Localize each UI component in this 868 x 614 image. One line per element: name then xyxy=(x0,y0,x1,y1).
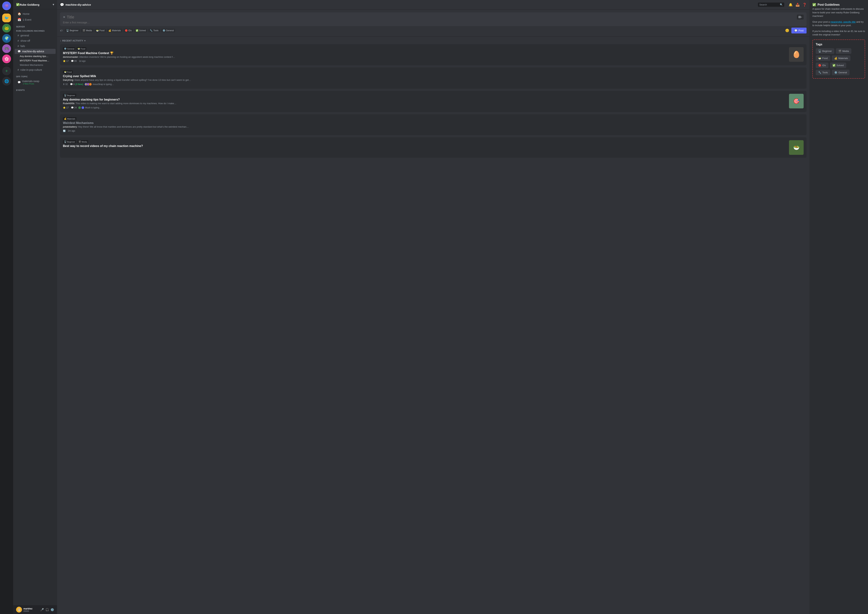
post-button[interactable]: 💬 Post xyxy=(791,28,807,33)
tag-ids[interactable]: 🔴IDs xyxy=(123,29,133,33)
server-icon-3[interactable]: 🌍 xyxy=(2,34,11,43)
feed: ↕ RECENT ACTIVITY ▾ ⚙️General 🥗Food MYST… xyxy=(57,37,809,614)
tag-general[interactable]: ⚙️General xyxy=(161,29,175,33)
tag-btn-tools[interactable]: 🔧Tools xyxy=(816,70,830,75)
user-info: marblez #0000 xyxy=(23,607,33,612)
server-check-icon: ✅ xyxy=(16,3,20,6)
post-tags: ⚙️General 🥗Food xyxy=(63,47,787,50)
headphone-button[interactable]: 🎧 xyxy=(45,608,49,611)
post-card-record[interactable]: 🖥️Beginner 🎬Media Best way to record vid… xyxy=(60,137,807,158)
post-author-mystery: dominomaster: xyxy=(63,56,79,58)
media-icon-record: 🎬 xyxy=(78,141,81,143)
sidebar-item-pop-culture[interactable]: # rube-in-pop-culture xyxy=(15,67,56,72)
tag-materials[interactable]: 💰Materials xyxy=(107,29,123,33)
sidebar-item-machine-diy[interactable]: 💬 machine-diy-advice xyxy=(15,49,56,54)
inbox-icon[interactable]: 📥 xyxy=(796,3,800,7)
section-machines: RUBE GOLDBERG MACHINES xyxy=(13,28,57,33)
post-guidelines-section: ✅ Post Guidelines A space for chain reac… xyxy=(812,3,865,37)
settings-button[interactable]: ⚙️ xyxy=(50,608,54,611)
guidelines-link[interactable]: meaningful, specific title xyxy=(830,20,856,23)
post-tags-weirdest: 💰Materials xyxy=(63,117,804,120)
recent-activity-header[interactable]: ↕ RECENT ACTIVITY ▾ xyxy=(60,39,807,42)
main-content: 💬 machine-diy-advice Search 🔍 🔔 📥 ❓ ✕ 🖼+ xyxy=(57,0,809,614)
tag-beginner-chip-record: 🖥️Beginner xyxy=(63,140,76,143)
notification-icon[interactable]: 🔔 xyxy=(789,3,793,7)
tag-tools[interactable]: 🔧Tools xyxy=(148,29,160,33)
tag-btn-general[interactable]: ⚙️General xyxy=(832,70,849,75)
discord-home-icon[interactable]: 👾 xyxy=(2,2,11,10)
tags-panel: Tags 🖥️Beginner 🎬Media 🥗Food 💰Materials … xyxy=(812,39,865,79)
tag-btn-food[interactable]: 🥗Food xyxy=(816,55,830,61)
user-avatar[interactable]: 🐰 xyxy=(16,607,22,612)
sidebar-sub-mystery[interactable]: MYSTERY Food Machine… xyxy=(15,59,56,63)
compose-close-button[interactable]: ✕ xyxy=(63,16,65,19)
post-card-weirdest[interactable]: 💰Materials Weirdest Mechanisms potatobat… xyxy=(60,114,807,135)
channel-header: 💬 machine-diy-advice Search 🔍 🔔 📥 ❓ xyxy=(57,0,809,9)
post-title-milk: Crying over Spilled Milk xyxy=(63,74,804,78)
post-author-weirdest: potatobattery: xyxy=(63,126,78,128)
post-tags-milk: 🥗Food xyxy=(63,70,804,73)
search-box[interactable]: Search 🔍 xyxy=(758,3,784,7)
post-card-content-milk: 🥗Food Crying over Spilled Milk DairyKing… xyxy=(63,70,804,86)
post-author-milk: DairyKing: xyxy=(63,79,74,81)
sidebar-item-home[interactable]: 🏠 Home xyxy=(15,11,56,17)
server-icon-5[interactable]: 🌸 xyxy=(2,54,11,63)
tag-media[interactable]: 🎬Media xyxy=(81,29,93,33)
emoji-button[interactable]: 😊 xyxy=(785,28,789,33)
post-card-domino[interactable]: 🖥️Beginner Any domino stacking tips for … xyxy=(60,91,807,112)
tag-media-icon: 🎬 xyxy=(82,29,85,32)
tag-solved[interactable]: ✅Solved xyxy=(134,29,148,33)
channel-icon: 💬 xyxy=(60,3,64,7)
sidebar-item-show-off[interactable]: # show-off xyxy=(15,38,56,43)
post-preview-domino: RubeN00b: This video is making me want t… xyxy=(63,102,787,105)
tag-media-label: Media xyxy=(86,29,92,32)
tag-beginner[interactable]: 🖥️Beginner xyxy=(65,29,80,33)
compose-title-input[interactable] xyxy=(67,15,795,20)
add-server-button[interactable]: + xyxy=(2,67,11,75)
tag-btn-beginner[interactable]: 🖥️Beginner xyxy=(816,48,834,54)
post-card-milk[interactable]: 🥗Food Crying over Spilled Milk DairyKing… xyxy=(60,67,807,88)
header-actions: Search 🔍 🔔 📥 ❓ xyxy=(758,3,807,7)
sidebar-sub-domino[interactable]: Any domino stacking tips… xyxy=(15,54,56,58)
forum-icon: 💬 xyxy=(17,50,21,53)
sidebar-item-event[interactable]: 📅 1 Event xyxy=(15,17,56,22)
tag-materials-panel-icon: 💰 xyxy=(834,57,837,60)
tag-media-panel-icon: 🎬 xyxy=(838,50,841,53)
tag-btn-solved[interactable]: ✅Solved xyxy=(830,62,846,68)
typing-dots: … xyxy=(81,106,84,109)
server-icon-active[interactable]: 🐦 xyxy=(2,14,11,22)
post-card-mystery-food[interactable]: ⚙️General 🥗Food MYSTERY Food Machine Con… xyxy=(60,44,807,65)
tags-panel-title: Tags xyxy=(816,43,862,46)
tag-general-panel-label: General xyxy=(838,71,847,74)
tag-btn-materials[interactable]: 💰Materials xyxy=(832,55,851,61)
search-icon: 🔍 xyxy=(780,3,783,6)
server-icon-4[interactable]: 🎮 xyxy=(2,44,11,53)
compose-message-input[interactable] xyxy=(63,21,804,24)
section-events: EVENTS xyxy=(13,86,57,92)
sidebar-item-materials-swap[interactable]: 💬 materials-swap 2 New Posts xyxy=(15,79,56,86)
server-divider-2 xyxy=(4,65,9,65)
tag-beginner-label: Beginner xyxy=(70,29,78,32)
sidebar-item-general[interactable]: # general xyxy=(15,33,56,38)
help-icon[interactable]: ❓ xyxy=(803,3,807,7)
expand-icon: ▾ xyxy=(84,39,85,42)
tag-food-label: Food xyxy=(99,29,104,32)
server-icon-2[interactable]: 🐸 xyxy=(2,24,11,33)
post-time: 1d ago xyxy=(79,60,85,62)
tag-food[interactable]: 🥗Food xyxy=(95,29,106,33)
tag-food-panel-icon: 🥗 xyxy=(818,57,821,60)
sidebar-item-fails[interactable]: # fails xyxy=(15,43,56,49)
mic-button[interactable]: 🎤 xyxy=(40,608,44,611)
sidebar-sub-weirdest[interactable]: Weirdest Mechanisms xyxy=(15,63,56,67)
tag-btn-media[interactable]: 🎬Media xyxy=(836,48,851,54)
tags-label-icon: 🏷 xyxy=(60,29,62,32)
explore-icon[interactable]: 🌐 xyxy=(2,77,11,85)
channel-label-diy: machine-diy-advice xyxy=(22,50,44,53)
compose-image-button[interactable]: 🖼+ xyxy=(797,15,804,20)
typing-indicator: 🐱 • • mous3trap is typing… xyxy=(85,83,114,86)
server-header[interactable]: ✅ Rube Goldberg ▾ xyxy=(13,0,57,9)
tag-btn-ids[interactable]: 🔴IDs xyxy=(816,62,829,68)
tag-media-chip-record: 🎬Media xyxy=(78,140,88,143)
typing-avatar-3: • xyxy=(89,83,92,86)
post-tags-domino: 🖥️Beginner xyxy=(63,94,787,97)
